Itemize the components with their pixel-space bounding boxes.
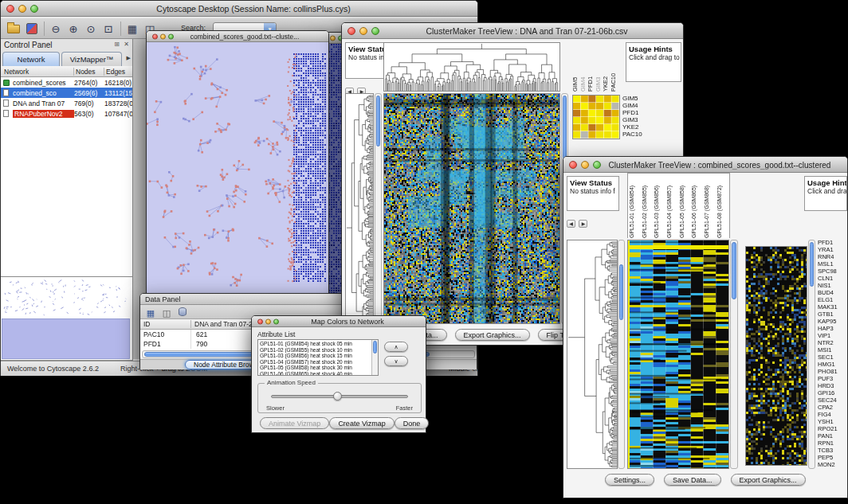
close-button[interactable]	[347, 27, 355, 35]
button-animate-vizmap[interactable]: Animate Vizmap	[260, 417, 329, 429]
attribute-database-icon[interactable]	[179, 307, 186, 316]
close-button[interactable]	[257, 318, 263, 324]
tab-overflow-icon[interactable]: ▶	[127, 55, 131, 61]
dendrogram-vscrollbar[interactable]	[618, 240, 625, 469]
attribute-grid-icon[interactable]: ▦	[143, 306, 158, 320]
network-window-title-bar[interactable]: combined_scores_good.txt--cluste...	[147, 31, 328, 42]
treeview1-title-bar[interactable]: ClusterMaker TreeView : DNA and Tran 07-…	[342, 23, 683, 39]
close-button[interactable]	[569, 161, 577, 169]
network-type-icon	[3, 80, 10, 86]
secondary-heatmap-canvas[interactable]	[746, 247, 807, 465]
network-overview-panel	[1, 276, 132, 361]
vscrollbar-thumb[interactable]	[619, 264, 623, 320]
usage-hints-title: Usage Hints	[629, 45, 678, 53]
dendrogram-vscrollbar[interactable]	[375, 93, 382, 324]
close-panel-icon[interactable]: ✕	[124, 41, 129, 48]
zoom-actual-icon[interactable]: ⊙	[84, 21, 98, 36]
attribute-list: GPL51-01 (GSM854) heat shock 05 minGPL51…	[258, 341, 371, 376]
minimize-button[interactable]	[18, 5, 26, 13]
tab-network[interactable]: Network	[2, 52, 60, 66]
array-column-label: GPL51-02 (GSM855)	[642, 174, 654, 238]
network-list-row[interactable]: combined_sco2569(6)13112(15)	[1, 88, 132, 98]
heatmap-canvas[interactable]	[384, 94, 559, 323]
grid-view-icon[interactable]: ▦	[125, 21, 139, 36]
zoom-fit-icon[interactable]: ⊡	[101, 21, 116, 36]
main-title-bar[interactable]: Cytoscape Desktop (Session Name: collins…	[1, 1, 477, 17]
attribute-list-item[interactable]: GPL51-04 (GSM857) heat shock 20 min	[258, 359, 371, 365]
gene-list-vscrollbar[interactable]	[808, 240, 815, 469]
gene-label: HAP3	[818, 325, 848, 332]
network-list-row[interactable]: combined_scores2764(0)16218(0)	[1, 77, 132, 88]
close-button[interactable]	[6, 5, 14, 13]
scroll-left-icon[interactable]: ◀	[567, 220, 575, 228]
close-button[interactable]	[152, 33, 158, 39]
vscrollbar-thumb[interactable]	[732, 242, 736, 299]
attribute-list-item[interactable]: GPL51-02 (GSM855) heat shock 10 min	[258, 347, 371, 354]
list-vscrollbar[interactable]	[371, 340, 378, 375]
attribute-list-item[interactable]: GPL51-03 (GSM856) heat shock 15 min	[258, 353, 371, 359]
import-network-icon[interactable]	[26, 23, 37, 34]
button-settings[interactable]: Settings...	[605, 474, 654, 486]
move-down-button[interactable]: ∨	[384, 356, 408, 366]
button-export-graphics[interactable]: Export Graphics...	[731, 474, 806, 486]
scroll-right-icon[interactable]: ▶	[579, 220, 587, 228]
button-create-vizmap[interactable]: Create Vizmap	[329, 417, 394, 429]
gene-label: PEP5	[818, 454, 848, 461]
gene-label: NIS1	[818, 282, 848, 289]
attribute-list-item[interactable]: GPL51-06 (GSM865) heat shock 40 min	[258, 371, 371, 376]
network-name: combined_scores	[13, 79, 74, 87]
attribute-select-icon[interactable]: ◫	[159, 306, 174, 320]
header-network[interactable]: Network	[1, 68, 74, 76]
gene-label: RNR4	[818, 253, 848, 260]
float-panel-icon[interactable]: ⊞	[114, 41, 120, 48]
network-edges: 13112(15)	[104, 89, 132, 97]
minimize-button[interactable]	[265, 318, 271, 324]
dialog-title-bar[interactable]: Map Colors to Network	[252, 316, 426, 327]
minimize-button[interactable]	[581, 161, 589, 169]
gene-dendrogram-frame	[567, 240, 618, 469]
similarity-matrix-canvas[interactable]	[573, 96, 619, 139]
minimize-button[interactable]	[359, 27, 367, 35]
move-up-button[interactable]: ∧	[384, 342, 408, 352]
vscrollbar-thumb[interactable]	[373, 341, 377, 354]
gene-dendrogram-canvas[interactable]	[567, 240, 617, 468]
animation-speed-label: Animation Speed	[265, 379, 318, 386]
array-column-label: GPL51-04 (GSM857)	[666, 174, 679, 238]
array-dendrogram-canvas[interactable]	[384, 43, 559, 91]
control-panel: Control Panel ⊞ ✕ Network VizMapper™ ▶ N…	[1, 39, 133, 361]
heatmap-canvas[interactable]	[628, 240, 728, 468]
tab-vizmapper[interactable]: VizMapper™	[61, 52, 122, 66]
speed-slider-thumb[interactable]	[333, 392, 342, 400]
vscrollbar-thumb[interactable]	[563, 96, 567, 159]
attribute-list-item[interactable]: GPL51-05 (GSM858) heat shock 30 min	[258, 365, 371, 371]
heatmap-vscrollbar[interactable]	[730, 240, 738, 469]
button-export-graphics[interactable]: Export Graphics...	[455, 329, 530, 341]
zoom-in-icon[interactable]: ⊕	[66, 21, 80, 36]
header-nodes[interactable]: Nodes	[74, 68, 104, 76]
gene-label: TCB3	[818, 447, 848, 454]
network-overview-canvas[interactable]	[1, 277, 131, 360]
network-list-row[interactable]: RNAPuberNov2563(0)107847(0)	[1, 108, 132, 119]
gene-label: NTR2	[818, 339, 848, 346]
header-edges[interactable]: Edges	[104, 68, 132, 76]
button-save-data[interactable]: Save Data...	[664, 474, 721, 486]
gene-dendrogram-canvas[interactable]	[346, 94, 373, 323]
vscrollbar-thumb[interactable]	[376, 96, 380, 147]
zoom-out-icon[interactable]: ⊖	[49, 21, 63, 36]
vscrollbar-thumb[interactable]	[810, 242, 814, 287]
attribute-list-item[interactable]: GPL51-01 (GSM854) heat shock 05 min	[258, 341, 371, 347]
network-graph-canvas[interactable]	[147, 42, 328, 294]
open-session-icon[interactable]	[7, 25, 20, 33]
network-list-row[interactable]: DNA and Tran 07769(0)183728(0)	[1, 98, 132, 108]
header-id[interactable]: ID	[140, 320, 191, 328]
main-window-title: Cytoscape Desktop (Session Name: collins…	[36, 4, 471, 14]
attribute-listbox[interactable]: GPL51-01 (GSM854) heat shock 05 minGPL51…	[257, 339, 379, 376]
array-column-label: GPL51-03 (GSM856)	[654, 174, 666, 238]
network-nodes: 2569(6)	[74, 89, 104, 97]
button-done[interactable]: Done	[395, 417, 430, 429]
minimize-button[interactable]	[160, 33, 166, 39]
treeview2-title-bar[interactable]: ClusterMaker TreeView : combined_scores_…	[563, 157, 847, 173]
minimize-button[interactable]	[330, 35, 336, 41]
gene-label: CLN1	[818, 275, 848, 282]
gene-label: PHO81	[818, 368, 848, 375]
